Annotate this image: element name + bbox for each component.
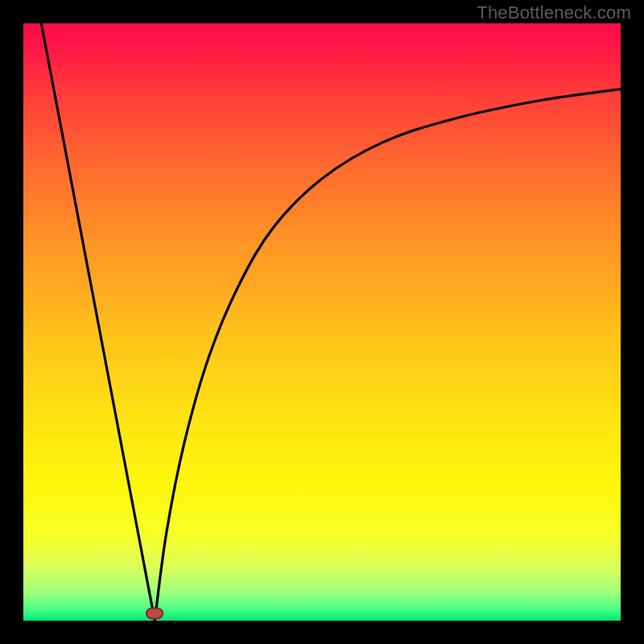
plot-area (23, 23, 621, 621)
watermark-text: TheBottleneck.com (477, 2, 631, 23)
optimum-marker (146, 608, 163, 620)
bottleneck-curve (23, 23, 621, 621)
curve-path (41, 23, 621, 621)
chart-frame: TheBottleneck.com (0, 0, 644, 644)
